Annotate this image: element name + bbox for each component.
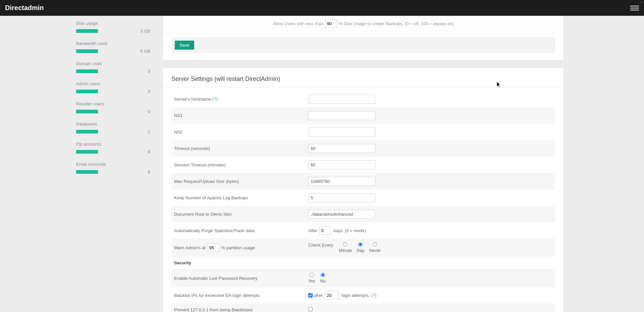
field-label: Automatically Purge Spambox/Trash data — [174, 228, 254, 233]
radio-never-input[interactable] — [373, 242, 377, 247]
max-request-input[interactable] — [308, 177, 375, 186]
backup-percent-input[interactable] — [325, 19, 337, 28]
stat-value: 6 — [148, 149, 150, 154]
progress-bar — [76, 130, 98, 134]
field-label: NS1 — [174, 113, 182, 118]
stat-label: Reseller users — [76, 101, 150, 106]
stat-label: Admin users — [76, 81, 150, 86]
radio-no[interactable]: No — [320, 273, 326, 283]
save-button[interactable]: Save — [175, 41, 194, 50]
stat-value: 3 — [148, 89, 150, 94]
progress-bar — [76, 170, 98, 174]
stat-value: 0 — [148, 109, 150, 114]
row-ns1: NS1 — [171, 107, 555, 124]
timeout-input[interactable] — [308, 144, 375, 153]
check-every-label: Check Every: — [308, 243, 334, 248]
brand-title[interactable]: Directadmin — [5, 4, 44, 12]
server-settings-card: Server Settings (will restart DirectAdmi… — [163, 68, 564, 312]
field-label: Session Timeout (minutes) — [174, 162, 226, 167]
progress-bar — [76, 90, 98, 93]
radio-yes[interactable]: Yes — [308, 273, 315, 283]
ns1-input[interactable] — [308, 111, 375, 120]
purge-prefix: After — [308, 228, 317, 233]
radio-day-input[interactable] — [358, 242, 363, 247]
purge-days-input[interactable] — [319, 226, 331, 235]
row-ns2: NS2 — [171, 124, 555, 140]
stat-label: Bandwidth used — [76, 41, 150, 46]
row-max-request: Max Request/Upload Size (bytes) — [171, 173, 555, 190]
help-link[interactable]: (?) — [212, 97, 218, 102]
row-apache-backups: Keep Number of Apache Log Backups — [171, 190, 555, 206]
row-prevent-loopback: Prevent 127.0.0.1 from being Blacklisted — [171, 303, 555, 312]
stat-value: 3 GB — [140, 29, 150, 34]
stat-label: Databases — [76, 121, 150, 126]
warn-suffix: % partition usage — [221, 245, 255, 250]
blacklist-checkbox[interactable] — [308, 293, 313, 298]
row-lost-password: Enable Automatic Lost Password Recovery … — [171, 269, 555, 287]
stat-email: Email Accounts 8 — [75, 162, 151, 174]
purge-suffix: days. (0 = never) — [333, 228, 366, 233]
row-blacklist: Blacklist IPs for excessive DA login att… — [171, 287, 555, 303]
progress-bar — [76, 150, 98, 154]
stat-label: Domain used — [76, 61, 150, 66]
backup-card: Allow Users with less than % Disk Usage … — [163, 16, 564, 60]
stat-bandwidth: Bandwidth used 6 GB — [75, 41, 151, 54]
field-label: NS2 — [174, 129, 182, 135]
save-bar: Save — [171, 37, 555, 53]
blacklist-attempts-input[interactable] — [325, 291, 339, 300]
backup-prefix: Allow Users with less than — [273, 21, 323, 26]
radio-yes-input[interactable] — [310, 273, 314, 277]
apache-backups-input[interactable] — [308, 193, 375, 202]
progress-bar — [76, 49, 98, 53]
row-security-header: Security — [171, 257, 555, 269]
stat-reseller-users: Reseller users 0 — [75, 101, 151, 114]
row-purge: Automatically Purge Spambox/Trash data A… — [171, 222, 555, 239]
radio-minute-input[interactable] — [343, 242, 347, 247]
help-link[interactable]: (?) — [371, 293, 377, 298]
docroot-input[interactable] — [308, 210, 375, 219]
radio-never[interactable]: Never — [369, 242, 381, 253]
security-heading: Security — [174, 260, 191, 265]
stat-label: Ftp accounts — [76, 142, 150, 147]
stat-ftp: Ftp accounts 6 — [75, 142, 151, 154]
warn-percent-input[interactable] — [208, 243, 219, 252]
blacklist-prefix: after — [314, 293, 323, 298]
field-label: Enable Automatic Lost Password Recovery — [174, 276, 258, 281]
stat-value: 8 — [148, 169, 150, 174]
menu-icon[interactable] — [630, 4, 639, 12]
backup-suffix: % Disk Usage to create Backups. (0 = off… — [339, 21, 454, 26]
stat-admin-users: Admin users 3 — [75, 81, 151, 94]
progress-bar — [76, 69, 98, 73]
radio-day[interactable]: Day — [357, 242, 364, 253]
app-header: Directadmin — [0, 0, 644, 16]
progress-bar — [76, 110, 98, 113]
field-label: Blacklist IPs for excessive DA login att… — [174, 293, 260, 298]
field-label: Keep Number of Apache Log Backups — [174, 195, 248, 200]
blacklist-suffix: login attempts. — [341, 293, 370, 298]
row-warn: Warn Admin's at % partition usage Check … — [171, 239, 555, 257]
stat-label: Disk usage — [76, 21, 150, 26]
radio-minute[interactable]: Minute — [339, 242, 352, 253]
session-timeout-input[interactable] — [308, 160, 375, 169]
section-title: Server Settings (will restart DirectAdmi… — [163, 68, 564, 88]
row-hostname: Server's Hostname (?) — [171, 91, 555, 107]
stat-value: 6 GB — [140, 49, 150, 54]
stat-domain: Domain used 3 — [75, 61, 151, 74]
prevent-loopback-checkbox[interactable] — [308, 307, 313, 311]
stat-label: Email Accounts — [76, 162, 150, 167]
row-docroot: Document Root to Demo Skin — [171, 206, 555, 222]
warn-prefix: Warn Admin's at — [174, 245, 206, 250]
field-label: Prevent 127.0.0.1 from being Blacklisted — [174, 307, 252, 312]
stat-databases: Databases 2 — [75, 121, 151, 134]
field-label: Max Request/Upload Size (bytes) — [174, 179, 239, 184]
field-label: Document Root to Demo Skin — [174, 212, 232, 217]
hostname-input[interactable] — [308, 95, 375, 104]
field-label: Timeout (seconds) — [174, 146, 210, 151]
progress-bar — [76, 29, 98, 33]
ns2-input[interactable] — [308, 127, 375, 137]
stats-sidebar: Disk usage 3 GB Bandwidth used 6 GB Doma… — [75, 16, 151, 312]
scroll-up-icon[interactable]: ▲ — [640, 0, 643, 4]
row-timeout: Timeout (seconds) — [171, 140, 555, 157]
main-content: Allow Users with less than % Disk Usage … — [163, 16, 564, 312]
radio-no-input[interactable] — [321, 273, 325, 277]
